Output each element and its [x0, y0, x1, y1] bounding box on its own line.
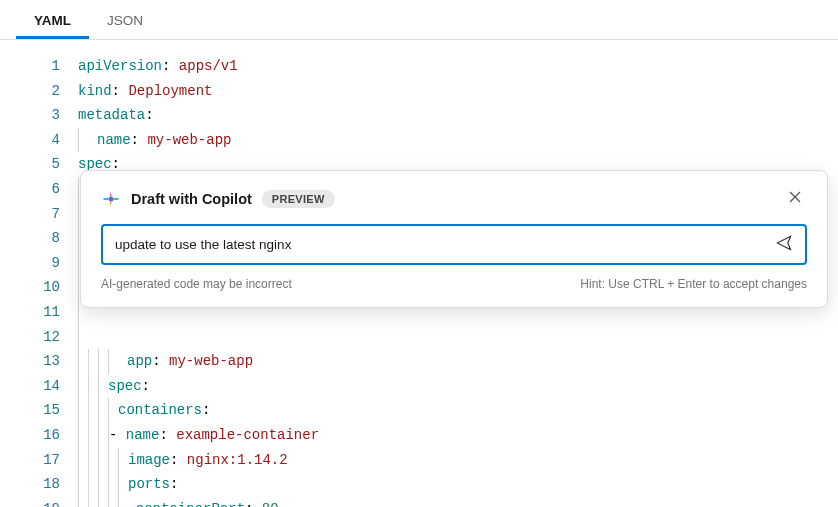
line-number: 5	[0, 152, 60, 177]
line-number: 8	[0, 226, 60, 251]
code-line: app: my-web-app	[78, 349, 838, 374]
keyboard-hint: Hint: Use CTRL + Enter to accept changes	[580, 277, 807, 291]
line-number: 3	[0, 103, 60, 128]
line-number: 1	[0, 54, 60, 79]
line-number: 4	[0, 128, 60, 153]
code-line: spec:	[78, 374, 838, 399]
code-line: - name: example-container	[78, 423, 838, 448]
send-button[interactable]	[767, 234, 793, 255]
close-icon	[787, 189, 803, 205]
code-line: image: nginx:1.14.2	[78, 448, 838, 473]
line-number: 10	[0, 275, 60, 300]
svg-point-0	[109, 196, 114, 201]
line-gutter: 1 2 3 4 5 6 7 8 9 10 11 12 13 14 15 16 1…	[0, 40, 78, 507]
line-number: 6	[0, 177, 60, 202]
code-line: name: my-web-app	[78, 128, 838, 153]
code-line: kind: Deployment	[78, 79, 838, 104]
line-number: 13	[0, 349, 60, 374]
line-number: 14	[0, 374, 60, 399]
line-number: 15	[0, 398, 60, 423]
editor-tabs: YAML JSON	[0, 0, 838, 40]
tab-yaml[interactable]: YAML	[16, 3, 89, 39]
line-number: 18	[0, 472, 60, 497]
code-line: metadata:	[78, 103, 838, 128]
close-button[interactable]	[783, 185, 807, 212]
line-number: 9	[0, 251, 60, 276]
line-number: 12	[0, 325, 60, 350]
code-line: ports:	[78, 472, 838, 497]
code-line	[78, 325, 838, 350]
line-number: 11	[0, 300, 60, 325]
preview-badge: PREVIEW	[262, 190, 335, 208]
copilot-prompt-input[interactable]	[115, 237, 767, 252]
line-number: 17	[0, 448, 60, 473]
tab-json[interactable]: JSON	[89, 3, 161, 39]
popup-header: Draft with Copilot PREVIEW	[101, 185, 807, 212]
line-number: 16	[0, 423, 60, 448]
code-line: containers:	[78, 398, 838, 423]
popup-footer: AI-generated code may be incorrect Hint:…	[101, 277, 807, 291]
line-number: 7	[0, 202, 60, 227]
line-number: 19	[0, 497, 60, 507]
copilot-icon	[101, 189, 121, 209]
code-line: apiVersion: apps/v1	[78, 54, 838, 79]
popup-title: Draft with Copilot	[131, 191, 252, 207]
ai-disclaimer: AI-generated code may be incorrect	[101, 277, 292, 291]
send-icon	[775, 234, 793, 252]
code-line: - containerPort: 80	[78, 497, 838, 507]
copilot-popup: Draft with Copilot PREVIEW AI-generated …	[80, 170, 828, 308]
line-number: 2	[0, 79, 60, 104]
prompt-input-row	[101, 224, 807, 265]
